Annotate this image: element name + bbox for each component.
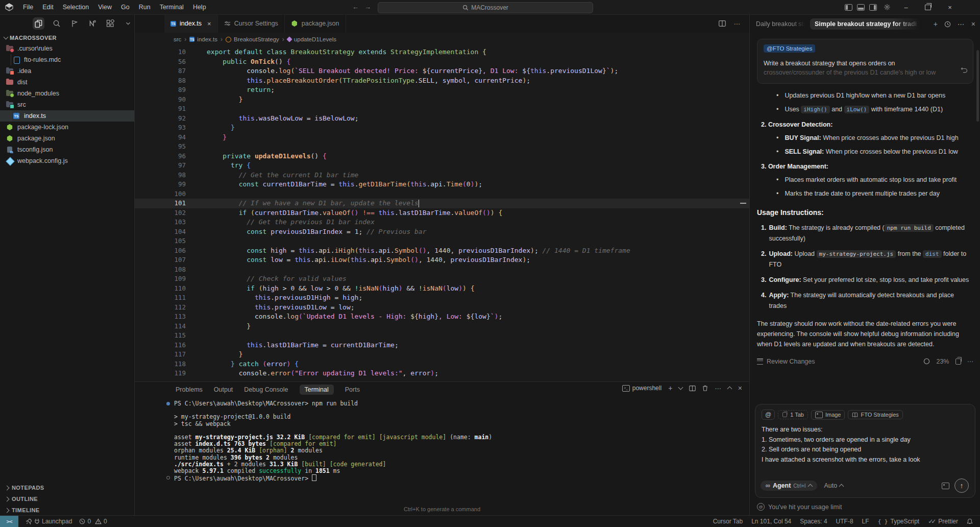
panel-tab-problems[interactable]: Problems xyxy=(176,386,203,393)
toggle-primary-sidebar-icon[interactable] xyxy=(842,0,855,14)
context-chip-fto-strategies[interactable]: FTO Strategies xyxy=(848,410,902,419)
activity-files-icon[interactable] xyxy=(33,17,44,30)
close-tab-icon[interactable]: × xyxy=(207,20,211,28)
nav-forward-icon[interactable]: → xyxy=(364,0,371,14)
mention-chip[interactable]: @FTO Strategies xyxy=(764,44,815,53)
launchpad-item[interactable]: Launchpad xyxy=(26,518,72,525)
chat-tab[interactable]: Simple breakout strategy for tradi xyxy=(810,18,921,30)
menu-selection[interactable]: Selection xyxy=(58,4,93,11)
activity-notebook-icon[interactable] xyxy=(87,17,99,30)
breadcrumb-src[interactable]: src xyxy=(174,36,181,42)
panel-tab-debug-console[interactable]: Debug Console xyxy=(244,386,288,393)
model-selector[interactable]: Auto xyxy=(824,482,844,489)
menu-view[interactable]: View xyxy=(93,4,116,11)
activity-extensions-icon[interactable] xyxy=(105,17,116,30)
tree-item-package.json[interactable]: package.json xyxy=(0,133,134,144)
editor-more-actions-icon[interactable]: ⋯ xyxy=(734,20,741,28)
status-bell[interactable] xyxy=(967,518,973,525)
menu-run[interactable]: Run xyxy=(134,4,155,11)
split-editor-icon[interactable] xyxy=(719,20,726,27)
menu-terminal[interactable]: Terminal xyxy=(155,4,188,11)
code-line-111: 111 this.previousD1High = high; xyxy=(135,293,749,303)
kill-terminal-icon[interactable] xyxy=(702,385,708,391)
remote-indicator[interactable]: >< xyxy=(0,516,18,527)
panel-more-icon[interactable]: ⋯ xyxy=(715,385,721,392)
chat-close-icon[interactable]: × xyxy=(971,20,975,28)
panel-tab-output[interactable]: Output xyxy=(214,386,233,393)
code-editor[interactable]: 10export default class BreakoutStrategy … xyxy=(135,46,749,382)
menu-go[interactable]: Go xyxy=(116,4,134,11)
status-cursor-tab[interactable]: Cursor Tab xyxy=(713,518,743,525)
new-chat-icon[interactable]: + xyxy=(934,20,938,28)
chat-input-text[interactable]: There are two issues:1. Sometimes, two o… xyxy=(762,425,969,465)
panel-tab-ports[interactable]: Ports xyxy=(345,386,360,393)
footer-more-icon[interactable]: ⋯ xyxy=(967,357,974,365)
status-ln-101-col-54[interactable]: Ln 101, Col 54 xyxy=(751,518,791,525)
history-icon[interactable] xyxy=(944,21,951,28)
user-message-bubble[interactable]: @FTO Strategies Write a breakout strateg… xyxy=(757,39,973,84)
status-utf-8[interactable]: UTF-8 xyxy=(836,518,853,525)
panel-tab-terminal[interactable]: Terminal xyxy=(300,385,334,395)
chat-more-icon[interactable]: ⋯ xyxy=(958,20,965,28)
activity-more-icon[interactable] xyxy=(122,17,134,30)
menu-edit[interactable]: Edit xyxy=(38,4,58,11)
menu-help[interactable]: Help xyxy=(188,4,211,11)
context-chip-image[interactable]: Image xyxy=(811,410,845,420)
new-terminal-icon[interactable]: + xyxy=(668,384,672,392)
minimize-button[interactable]: – xyxy=(897,0,915,14)
status-lf[interactable]: LF xyxy=(862,518,869,525)
review-changes-button[interactable]: Review Changes xyxy=(767,358,815,365)
tree-item-dist[interactable]: dist xyxy=(0,77,134,88)
breadcrumb-index.ts[interactable]: TSindex.ts xyxy=(189,36,217,42)
explorer-root-header[interactable]: MACROSSOVER xyxy=(0,32,134,43)
tree-item-.idea[interactable]: .idea xyxy=(0,65,134,77)
copy-icon[interactable] xyxy=(955,358,961,365)
send-button[interactable]: ↑ xyxy=(954,478,969,493)
terminal-dropdown-icon[interactable] xyxy=(678,385,683,390)
toggle-panel-icon[interactable] xyxy=(854,0,867,14)
maximize-panel-icon[interactable] xyxy=(727,387,732,392)
tree-item-node_modules[interactable]: node_modules xyxy=(0,88,134,99)
tab-cursor-settings[interactable]: Cursor Settings xyxy=(218,14,285,33)
chat-scrollbar[interactable] xyxy=(976,50,979,122)
breadcrumb-updateD1Levels[interactable]: updateD1Levels xyxy=(287,36,336,42)
section-notepads[interactable]: NOTEPADS xyxy=(0,482,134,493)
tab-package.json[interactable]: package.json xyxy=(285,14,346,33)
status-prettier[interactable]: ✓✓Prettier xyxy=(928,518,958,525)
activity-debug-icon[interactable] xyxy=(68,17,80,30)
chat-input-box[interactable]: @1 TabImageFTO Strategies There are two … xyxy=(755,404,975,498)
tree-item-.cursor\rules[interactable]: .cursor\rules xyxy=(0,43,134,54)
status-typescript[interactable]: { }TypeScript xyxy=(878,518,920,525)
section-outline[interactable]: OUTLINE xyxy=(0,493,134,505)
tree-item-package-lock.json[interactable]: package-lock.json xyxy=(0,122,134,133)
close-button[interactable]: × xyxy=(941,0,959,14)
chat-tab[interactable]: Daily breakout strat xyxy=(756,20,805,28)
tree-item-webpack.config.js[interactable]: webpack.config.js xyxy=(0,155,134,166)
settings-gear-icon[interactable] xyxy=(880,0,894,14)
terminal-output[interactable]: PS C:\Users\auwah\Desktop\MACrossover> n… xyxy=(135,400,744,481)
context-chip-1-tab[interactable]: 1 Tab xyxy=(778,410,808,419)
section-timeline[interactable]: TIMELINE xyxy=(0,505,134,516)
activity-search-icon[interactable] xyxy=(51,17,62,30)
terminal-shell-label[interactable]: >_ powershell xyxy=(622,385,662,392)
split-terminal-icon[interactable] xyxy=(689,386,696,391)
restore-checkpoint-icon[interactable] xyxy=(961,66,968,73)
close-panel-icon[interactable]: × xyxy=(738,384,742,392)
tree-item-fto-rules.mdc[interactable]: fto-rules.mdc xyxy=(0,54,134,65)
agent-mode-selector[interactable]: ∞ Agent Ctrl+I xyxy=(761,481,817,491)
status-spaces-4[interactable]: Spaces: 4 xyxy=(800,518,827,525)
tree-item-index.ts[interactable]: TSindex.ts xyxy=(0,110,134,122)
breadcrumb-BreakoutStrategy[interactable]: BreakoutStrategy xyxy=(226,36,279,42)
problems-item[interactable]: 0 0 xyxy=(79,518,107,525)
tree-item-src[interactable]: src xyxy=(0,99,134,110)
menu-file[interactable]: File xyxy=(18,4,38,11)
context-chip[interactable]: @ xyxy=(762,410,775,420)
restore-button[interactable] xyxy=(919,0,937,14)
tree-item-tsconfig.json[interactable]: tsconfig.json xyxy=(0,144,134,155)
tab-index.ts[interactable]: TSindex.ts× xyxy=(164,14,218,33)
toggle-secondary-sidebar-icon[interactable] xyxy=(866,0,879,14)
attach-image-icon[interactable] xyxy=(942,483,949,489)
nav-back-icon[interactable]: ← xyxy=(352,0,359,14)
breadcrumb[interactable]: src›TSindex.ts›BreakoutStrategy›updateD1… xyxy=(135,33,749,46)
command-center-search[interactable]: MACrossover xyxy=(378,2,593,13)
